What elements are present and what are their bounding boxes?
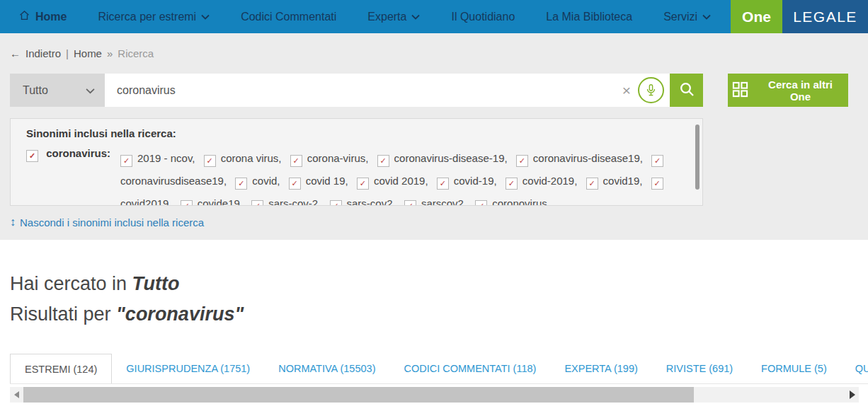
synonym-checkbox[interactable]: ✓	[475, 200, 487, 206]
synonym-text: corona-virus,	[307, 152, 369, 164]
back-arrow-icon[interactable]: ←	[10, 47, 21, 59]
chevron-down-icon	[201, 14, 210, 20]
synonym-term-checkbox[interactable]: ✓	[26, 150, 38, 162]
right-arrow-icon	[850, 390, 855, 399]
synonym-text: coronovirus	[492, 197, 547, 206]
synonym-text: sars-cov2,	[347, 197, 396, 206]
hide-synonyms-link[interactable]: ↕ Nascondi i sinonimi inclusi nella rice…	[10, 216, 204, 228]
hide-synonyms-label: Nascondi i sinonimi inclusi nella ricerc…	[20, 216, 204, 228]
synonym-checkbox[interactable]: ✓	[377, 155, 389, 167]
top-navbar: Home Ricerca per estremi Codici Commenta…	[0, 0, 868, 33]
microphone-icon[interactable]	[638, 77, 664, 103]
cerca-in-altri-one-label: Cerca in altri One	[757, 79, 844, 103]
synonyms-panel: Sinonimi inclusi nella ricerca: ✓ corona…	[10, 118, 703, 206]
synonym-checkbox[interactable]: ✓	[290, 155, 302, 167]
synonym-checkbox[interactable]: ✓	[404, 200, 416, 206]
nav-item-label: La Mia Biblioteca	[546, 11, 632, 23]
breadcrumb-current: Ricerca	[118, 47, 154, 59]
nav-item-home[interactable]: Home	[18, 10, 67, 24]
breadcrumb-back-link[interactable]: Indietro	[25, 47, 61, 59]
synonym-checkbox[interactable]: ✓	[506, 178, 518, 190]
synonym-checkbox[interactable]: ✓	[181, 200, 193, 206]
synonym-text: covid-2019,	[522, 175, 578, 187]
brand-one: One	[731, 0, 782, 33]
scroll-right-button[interactable]	[845, 387, 859, 403]
search-input-wrap: ×	[105, 74, 670, 107]
tab-giurisprudenza[interactable]: GIURISPRUDENZA (1751)	[112, 354, 264, 383]
tab-estremi[interactable]: ESTREMI (124)	[10, 354, 112, 384]
synonym-text: 2019 - ncov,	[137, 152, 195, 164]
synonym-text: sars-cov-2,	[268, 197, 321, 206]
synonyms-scrollbar[interactable]	[695, 125, 699, 190]
nav-items: Home Ricerca per estremi Codici Commenta…	[0, 10, 731, 24]
search-scope-dropdown[interactable]: Tutto	[10, 74, 105, 107]
chevron-down-icon	[86, 84, 95, 97]
breadcrumb-separator: |	[66, 47, 69, 59]
magnifier-icon	[678, 81, 695, 100]
synonym-text: covid2019,	[120, 197, 172, 206]
synonym-checkbox[interactable]: ✓	[235, 178, 247, 190]
synonym-text: covid 19,	[306, 175, 348, 187]
synonym-text: sarscov2,	[421, 197, 467, 206]
scroll-left-button[interactable]	[10, 387, 23, 403]
nav-item-label: Experta	[367, 11, 406, 23]
synonym-term-label: coronavirus:	[46, 147, 110, 159]
results-header: Hai cercato in Tutto Risultati per "coro…	[0, 272, 868, 326]
synonym-checkbox[interactable]: ✓	[289, 178, 301, 190]
nav-item-experta[interactable]: Experta	[367, 11, 420, 23]
results-for-prefix: Risultati per	[10, 303, 116, 325]
breadcrumb-divider: »	[107, 47, 113, 59]
synonym-text: coronavirusdisease19,	[120, 175, 227, 187]
tab-experta[interactable]: EXPERTA (199)	[550, 354, 651, 383]
nav-item-label: Il Quotidiano	[451, 11, 515, 23]
search-input[interactable]	[105, 84, 615, 97]
synonym-text: covid 2019,	[374, 175, 428, 187]
nav-item-label: Home	[35, 11, 67, 23]
grid-icon	[732, 81, 748, 100]
synonym-text: coronavirus-disease19,	[533, 152, 643, 164]
home-icon	[18, 10, 30, 24]
chevron-down-icon	[411, 14, 420, 20]
search-scope-value: Tutto	[23, 84, 48, 97]
search-section: ← Indietro | Home » Ricerca Tutto ×	[0, 33, 868, 240]
tab-codici-commentati[interactable]: CODICI COMMENTATI (118)	[389, 354, 550, 383]
nav-item-ricerca-per-estremi[interactable]: Ricerca per estremi	[98, 11, 210, 23]
searched-in-prefix: Hai cercato in	[10, 273, 132, 294]
synonym-checkbox[interactable]: ✓	[251, 200, 263, 206]
brand-legale: LEGALE	[782, 0, 868, 33]
tab-formule[interactable]: FORMULE (5)	[747, 354, 841, 383]
search-bar: Tutto × Cerca in altri One	[10, 74, 858, 107]
synonym-checkbox[interactable]: ✓	[586, 178, 598, 190]
synonym-checkbox[interactable]: ✓	[651, 155, 663, 167]
synonym-checkbox[interactable]: ✓	[330, 200, 342, 206]
synonym-checkbox[interactable]: ✓	[651, 178, 663, 190]
nav-item-codici-commentati[interactable]: Codici Commentati	[241, 11, 336, 23]
tab-riviste[interactable]: RIVISTE (691)	[652, 354, 747, 383]
breadcrumb-home-link[interactable]: Home	[74, 47, 102, 59]
results-tabstrip: ESTREMI (124) GIURISPRUDENZA (1751) NORM…	[10, 354, 868, 384]
synonym-checkbox[interactable]: ✓	[204, 155, 216, 167]
synonyms-list: ✓2019 - ncov, ✓corona virus, ✓corona-vir…	[120, 147, 684, 206]
cerca-in-altri-one-button[interactable]: Cerca in altri One	[728, 74, 848, 107]
synonyms-body: ✓ coronavirus: ✓2019 - ncov, ✓corona vir…	[26, 147, 684, 206]
synonym-checkbox[interactable]: ✓	[516, 155, 528, 167]
updown-arrow-icon: ↕	[10, 216, 16, 228]
clear-search-icon[interactable]: ×	[615, 83, 638, 98]
synonym-checkbox[interactable]: ✓	[120, 155, 132, 167]
search-submit-button[interactable]	[670, 74, 703, 107]
synonym-text: corona virus,	[221, 152, 282, 164]
results-for-line: Risultati per "coronavirus"	[10, 303, 868, 326]
nav-item-servizi[interactable]: Servizi	[663, 11, 711, 23]
tab-normativa[interactable]: NORMATIVA (15503)	[264, 354, 389, 383]
tab-quotidiano[interactable]: QUOTIDIANO	[841, 354, 868, 383]
tabs-horizontal-scrollbar	[10, 387, 859, 403]
nav-item-la-mia-biblioteca[interactable]: La Mia Biblioteca	[546, 11, 632, 23]
one-legale-app: Home Ricerca per estremi Codici Commenta…	[0, 0, 868, 411]
synonym-checkbox[interactable]: ✓	[357, 178, 369, 190]
breadcrumb: ← Indietro | Home » Ricerca	[10, 46, 858, 60]
nav-item-il-quotidiano[interactable]: Il Quotidiano	[451, 11, 515, 23]
nav-item-label: Ricerca per estremi	[98, 11, 196, 23]
nav-item-label: Servizi	[663, 11, 697, 23]
scrollbar-thumb[interactable]	[23, 387, 694, 403]
synonym-checkbox[interactable]: ✓	[437, 178, 449, 190]
